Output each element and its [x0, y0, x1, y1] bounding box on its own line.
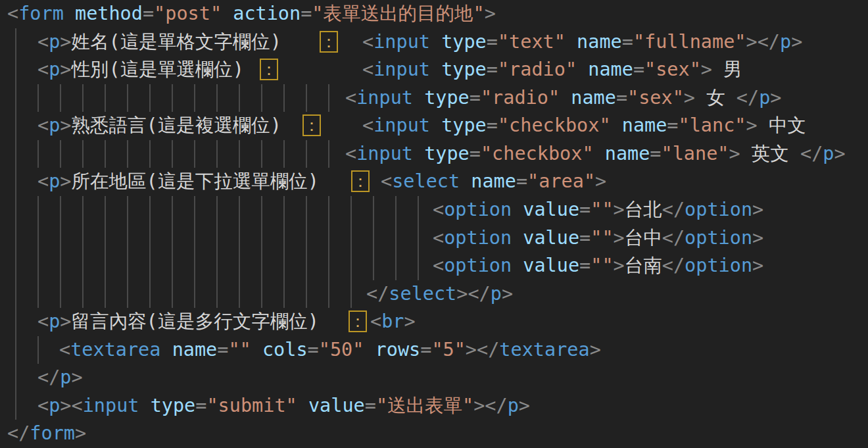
punctuation-token: > [614, 255, 625, 276]
code-segment: </select></p> [366, 280, 513, 309]
tag-token: p [49, 59, 60, 80]
attribute-token: value [308, 395, 365, 416]
punctuation-token: > [614, 227, 625, 249]
punctuation-token: > [404, 311, 416, 332]
indent-guide [395, 224, 397, 253]
indent-guide [418, 224, 419, 253]
punctuation-token: < [37, 395, 49, 416]
punctuation-token: </ [37, 366, 60, 388]
punctuation-token: = [365, 395, 376, 416]
indent-guide [37, 336, 39, 364]
punctuation-token: < [433, 227, 444, 249]
punctuation-token: = [470, 87, 481, 109]
indent-guide [328, 140, 329, 168]
indent-guide [306, 224, 307, 253]
text-token: 性別(這是單選欄位) [72, 59, 244, 80]
text-token: 女 [695, 87, 736, 109]
tag-token: input [356, 87, 413, 109]
tag-token: p [780, 31, 791, 53]
tag-token: input [374, 59, 430, 80]
indent-guide [283, 280, 285, 309]
indent-guide [172, 84, 173, 112]
indent-guide [239, 84, 240, 112]
punctuation-token: = [217, 339, 228, 361]
indent-guide [82, 140, 84, 168]
code-segment: <select name="area"> [381, 168, 606, 196]
indent-guide [216, 252, 218, 280]
indent-guide [37, 84, 39, 112]
whitespace [566, 31, 577, 53]
code-segment: <form method="post" action="表單送出的目的地"> [7, 0, 496, 28]
indent-guide [306, 196, 307, 224]
tag-token: option [444, 255, 512, 276]
tag-token: textarea [70, 339, 160, 361]
text-token: 留言內容(這是多行文字欄位) [72, 311, 319, 332]
text-token: 台北 [625, 199, 662, 220]
punctuation-token: = [470, 143, 481, 164]
indent-guide [82, 84, 84, 112]
code-segment: <option value="">台北</option> [433, 196, 763, 224]
indent-guide [306, 84, 307, 112]
indent-guide [15, 308, 16, 336]
punctuation-token: > [595, 170, 606, 192]
indent-guide [37, 252, 39, 280]
code-editor[interactable]: <form method="post" action="表單送出的目的地"><p… [0, 0, 868, 448]
tag-token: p [49, 170, 60, 192]
punctuation-token: = [487, 59, 498, 80]
code-segment: <option value="">台中</option> [433, 224, 763, 253]
attribute-token: rows [375, 339, 421, 361]
code-segment: <input type="radio" name="sex"> 女 </p> [345, 84, 782, 112]
punctuation-token: = [616, 87, 627, 109]
indent-guide [261, 252, 262, 280]
code-segment: <option value="">台南</option> [433, 252, 763, 280]
attribute-token: name [622, 114, 667, 136]
punctuation-token: < [362, 114, 374, 136]
string-token: "" [591, 199, 613, 220]
code-segment: <input type="checkbox" name="lanc"> 中文 [362, 112, 806, 140]
string-token: "radio" [481, 87, 560, 109]
punctuation-token: > [60, 114, 71, 136]
code-segment: <br> [370, 308, 416, 336]
indent-guide [105, 140, 106, 168]
punctuation-token: > [60, 59, 71, 80]
attribute-token: name [577, 31, 622, 53]
text-token: 台中 [625, 227, 662, 249]
indent-guide [373, 252, 374, 280]
indent-guide [283, 140, 285, 168]
punctuation-token: < [381, 170, 392, 192]
indent-guide [283, 196, 285, 224]
unicode-highlight-box: ： [351, 170, 370, 192]
punctuation-token: < [345, 143, 356, 164]
attribute-token: action [233, 3, 301, 24]
indent-guide [15, 168, 16, 196]
punctuation-token: = [667, 114, 678, 136]
indent-guide [239, 252, 240, 280]
attribute-token: type [441, 114, 487, 136]
punctuation-token: > [752, 255, 763, 276]
indent-guide [261, 140, 262, 168]
indent-guide [15, 280, 16, 309]
indent-guide [216, 140, 218, 168]
indent-guide [149, 280, 151, 309]
tag-token: input [83, 395, 139, 416]
whitespace [64, 3, 75, 24]
indent-guide [82, 196, 84, 224]
tag-token: option [444, 227, 512, 249]
code-segment: <input type="checkbox" name="lane"> 英文 <… [345, 140, 846, 168]
code-line: <p><input type="submit" value="送出表單"></p… [0, 392, 868, 420]
indent-guide [239, 224, 240, 253]
indent-guide [239, 196, 240, 224]
punctuation-token: < [345, 87, 356, 109]
code-segment: <p>所在地區(這是下拉選單欄位) [37, 168, 319, 196]
punctuation-token: > [752, 227, 763, 249]
punctuation-token: = [487, 31, 498, 53]
indent-guide [172, 280, 173, 309]
tag-token: p [49, 31, 60, 53]
attribute-token: type [441, 59, 487, 80]
code-segment: </form> [7, 420, 86, 448]
whitespace [413, 143, 424, 164]
text-token: 姓名(這是單格文字欄位) [72, 31, 281, 53]
indent-guide [60, 196, 61, 224]
indent-guide [15, 140, 16, 168]
punctuation-token: </ [736, 87, 759, 109]
